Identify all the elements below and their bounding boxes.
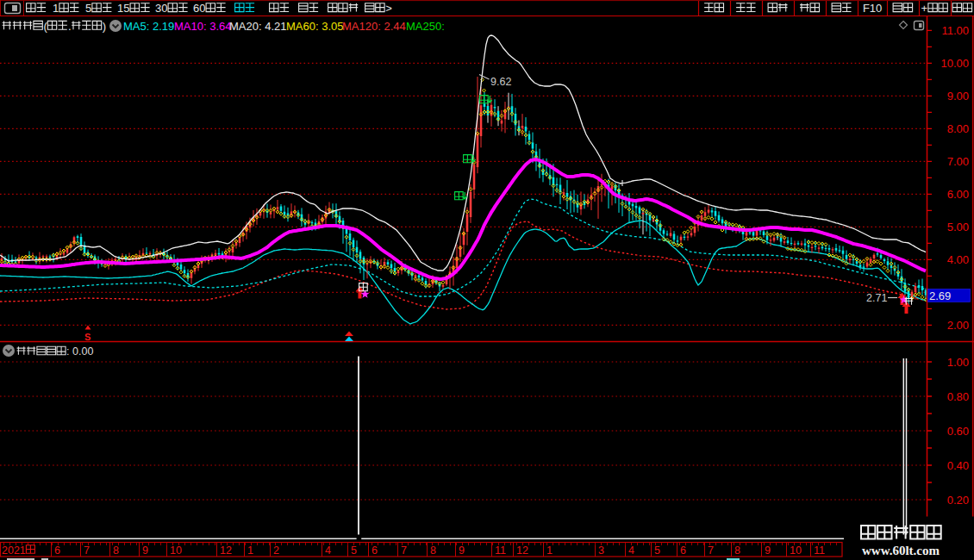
svg-text:.: . <box>68 20 72 33</box>
svg-text:5: 5 <box>654 544 660 557</box>
svg-text:8: 8 <box>430 544 436 557</box>
svg-text:7.00: 7.00 <box>947 155 969 168</box>
svg-text:2.00: 2.00 <box>947 319 969 332</box>
svg-text:0.60: 0.60 <box>947 425 969 438</box>
svg-text:8: 8 <box>734 544 740 557</box>
svg-text:6: 6 <box>371 544 378 557</box>
svg-text:60: 60 <box>193 2 205 15</box>
svg-text:4: 4 <box>325 544 331 557</box>
svg-text:5: 5 <box>85 2 91 15</box>
svg-text:7: 7 <box>401 544 407 557</box>
svg-text:9: 9 <box>765 544 771 557</box>
svg-text:www.60lt.com: www.60lt.com <box>862 544 940 557</box>
svg-text:: 0.00: : 0.00 <box>66 345 93 358</box>
svg-text:0.40: 0.40 <box>947 459 969 472</box>
svg-text:6: 6 <box>54 544 60 557</box>
svg-text:8: 8 <box>113 544 119 557</box>
svg-text:9.62: 9.62 <box>490 76 511 88</box>
svg-text:F10: F10 <box>863 2 882 15</box>
svg-text:>: > <box>385 2 392 15</box>
svg-text:10: 10 <box>790 544 802 557</box>
svg-text:9.00: 9.00 <box>947 90 969 103</box>
svg-text:7: 7 <box>84 544 90 557</box>
svg-text:4.00: 4.00 <box>947 253 969 266</box>
svg-text:1.00: 1.00 <box>947 356 969 369</box>
svg-text:12: 12 <box>516 544 528 557</box>
svg-text:30: 30 <box>155 2 167 15</box>
svg-text:0.80: 0.80 <box>947 390 969 403</box>
svg-text:): ) <box>103 20 106 33</box>
svg-text:11: 11 <box>814 544 825 557</box>
svg-text:3: 3 <box>598 544 604 557</box>
svg-text:1: 1 <box>53 2 59 15</box>
svg-text:9: 9 <box>459 544 465 557</box>
svg-text:S: S <box>84 332 91 342</box>
svg-text:MA120: 2.44: MA120: 2.44 <box>342 20 406 33</box>
svg-text:2.69: 2.69 <box>929 289 951 302</box>
svg-text:15: 15 <box>117 2 129 15</box>
svg-text:+: + <box>921 2 928 15</box>
svg-text:6: 6 <box>680 544 686 557</box>
svg-text:MA5: 2.19: MA5: 2.19 <box>123 20 174 33</box>
svg-text:4: 4 <box>628 544 634 557</box>
svg-text:11: 11 <box>495 544 506 557</box>
svg-text:2.71: 2.71 <box>866 292 887 304</box>
svg-text:2: 2 <box>273 544 279 557</box>
svg-text:MA60: 3.05: MA60: 3.05 <box>286 20 344 33</box>
svg-text:8.00: 8.00 <box>947 122 969 135</box>
svg-text:11.00: 11.00 <box>941 24 969 37</box>
svg-text:12: 12 <box>220 544 232 557</box>
svg-text:1: 1 <box>546 544 553 557</box>
svg-text:9: 9 <box>142 544 148 557</box>
svg-text:10.00: 10.00 <box>940 57 969 70</box>
svg-text:6.00: 6.00 <box>947 188 969 201</box>
svg-text:2021: 2021 <box>2 544 26 557</box>
svg-text:5.00: 5.00 <box>947 221 969 233</box>
svg-text:7: 7 <box>708 544 714 557</box>
svg-text:MA250:: MA250: <box>406 20 445 33</box>
svg-text:1: 1 <box>247 544 253 557</box>
svg-text:MA20: 4.21: MA20: 4.21 <box>229 20 287 33</box>
svg-text:10: 10 <box>170 544 182 557</box>
svg-text:MA10: 3.64: MA10: 3.64 <box>174 20 232 33</box>
svg-text:0.20: 0.20 <box>947 494 969 507</box>
svg-text:5: 5 <box>351 544 357 557</box>
svg-text:(: ( <box>43 20 47 33</box>
